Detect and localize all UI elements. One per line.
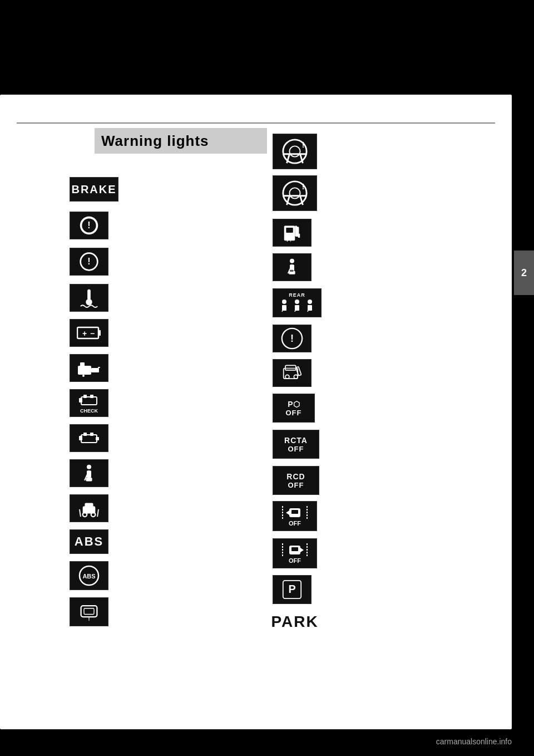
- svg-text:−: −: [90, 329, 95, 338]
- svg-point-79: [294, 375, 298, 379]
- pbs-off-icon: OFF: [273, 538, 317, 568]
- pcs-off-icon: P⬡ OFF: [273, 394, 315, 423]
- tire-warn-circle-icon: !: [281, 327, 303, 350]
- abs-circle-icon: ABS: [70, 561, 108, 590]
- section-title: Warning lights: [101, 132, 209, 150]
- svg-text:!: !: [290, 333, 294, 344]
- svg-text:!: !: [301, 140, 304, 149]
- svg-text:!: !: [87, 220, 90, 230]
- check-engine-icon: CHECK: [70, 389, 108, 417]
- circle-exclaim-filled-icon: !: [79, 215, 99, 235]
- svg-rect-19: [79, 398, 82, 402]
- rcta-label: RCTA: [284, 436, 308, 445]
- svg-rect-22: [90, 433, 93, 436]
- traction-control-icon: [70, 494, 108, 522]
- rcta-off-label: OFF: [288, 445, 304, 453]
- abs-label: ABS: [75, 534, 103, 549]
- pcs-off-label: OFF: [286, 409, 302, 417]
- steering-exclaim-2-icon: !: [281, 180, 308, 207]
- tire-warning-icon: !: [273, 325, 312, 352]
- park-text-icon: PARK: [273, 610, 317, 634]
- svg-text:F: F: [286, 237, 290, 243]
- svg-text:!: !: [88, 616, 90, 622]
- svg-point-41: [289, 146, 300, 156]
- steering-warn-1-icon: !: [273, 134, 317, 169]
- svg-rect-21: [83, 433, 87, 436]
- svg-line-34: [97, 509, 98, 517]
- watermark: carmanualsonline.info: [436, 737, 512, 746]
- svg-rect-85: [291, 547, 298, 551]
- abs-text-icon: ABS: [70, 529, 108, 554]
- park-label: PARK: [271, 613, 318, 631]
- seatbelt-front-person-icon: [285, 257, 299, 277]
- svg-rect-38: [84, 608, 94, 615]
- fuel-pump-icon: F l: [283, 223, 301, 243]
- svg-point-31: [83, 513, 87, 517]
- svg-rect-12: [91, 368, 99, 372]
- svg-point-15: [82, 375, 85, 377]
- svg-rect-5: [87, 289, 91, 300]
- engine-check-icon: [78, 392, 100, 408]
- oil-pressure-icon: !: [70, 212, 108, 239]
- svg-rect-81: [291, 510, 298, 514]
- brake-icon: BRAKE: [70, 177, 118, 202]
- oil-pressure-can-icon: [77, 359, 101, 377]
- door-ajar-icon: [283, 362, 301, 384]
- oil-can-icon: [70, 354, 108, 382]
- check-label: CHECK: [80, 408, 98, 414]
- lda-car-icon: [281, 506, 308, 519]
- svg-text:ABS: ABS: [82, 573, 95, 580]
- svg-rect-24: [96, 437, 99, 440]
- rear-seatbelt-icon: REAR: [273, 288, 322, 317]
- svg-rect-14: [80, 362, 85, 367]
- svg-point-32: [91, 513, 96, 517]
- svg-rect-8: [98, 330, 101, 336]
- watermark-text: carmanualsonline.info: [436, 737, 512, 746]
- svg-rect-30: [85, 503, 93, 508]
- svg-point-47: [289, 188, 300, 198]
- svg-rect-55: [295, 226, 297, 229]
- svg-point-25: [87, 465, 91, 469]
- svg-point-64: [282, 300, 286, 304]
- traction-skid-icon: [78, 499, 100, 518]
- rcta-off-icon: RCTA OFF: [273, 430, 319, 459]
- oil-pressure-outline-icon: !: [70, 248, 108, 276]
- lda-off-label: OFF: [289, 520, 301, 527]
- pcs-label: P⬡: [288, 400, 299, 409]
- svg-point-78: [285, 375, 289, 379]
- svg-text:l: l: [290, 237, 291, 243]
- lda-off-icon: OFF: [273, 501, 317, 531]
- svg-rect-56: [298, 234, 300, 238]
- engine-symbol-icon: [78, 430, 100, 446]
- parking-assist-icon: P: [282, 580, 302, 600]
- battery-icon: + −: [70, 319, 108, 347]
- rcd-off-label: OFF: [288, 481, 304, 489]
- svg-point-6: [86, 299, 92, 305]
- steering-warn-2-icon: !: [273, 175, 317, 211]
- rcd-label: RCD: [286, 472, 305, 481]
- door-open-icon: [273, 359, 312, 387]
- engine-icon: [70, 424, 108, 452]
- rear-seatbelt-persons-icon: [278, 298, 317, 314]
- seatbelt-person-icon: [82, 463, 96, 483]
- svg-rect-7: [77, 327, 98, 338]
- svg-rect-23: [79, 436, 82, 440]
- park-sensor-icon: P: [273, 575, 312, 604]
- seatbelt-front-icon: [273, 253, 312, 281]
- svg-line-33: [80, 509, 81, 517]
- svg-rect-63: [290, 270, 293, 272]
- abs-circle-symbol-icon: ABS: [77, 565, 101, 586]
- svg-rect-11: [78, 366, 91, 375]
- rear-label: REAR: [289, 292, 305, 298]
- section-header: Warning lights: [95, 128, 267, 154]
- circle-exclaim-outline-icon: !: [79, 252, 99, 272]
- coolant-temp-icon: [78, 287, 100, 308]
- svg-text:!: !: [301, 181, 304, 191]
- svg-rect-53: [286, 228, 293, 233]
- seatbelt-driver-icon: [70, 459, 108, 487]
- tpms-icon: !: [70, 597, 108, 626]
- svg-rect-20: [81, 435, 97, 443]
- svg-rect-17: [83, 395, 87, 398]
- battery-symbol-icon: + −: [77, 325, 101, 341]
- pbs-car-icon: [281, 543, 308, 557]
